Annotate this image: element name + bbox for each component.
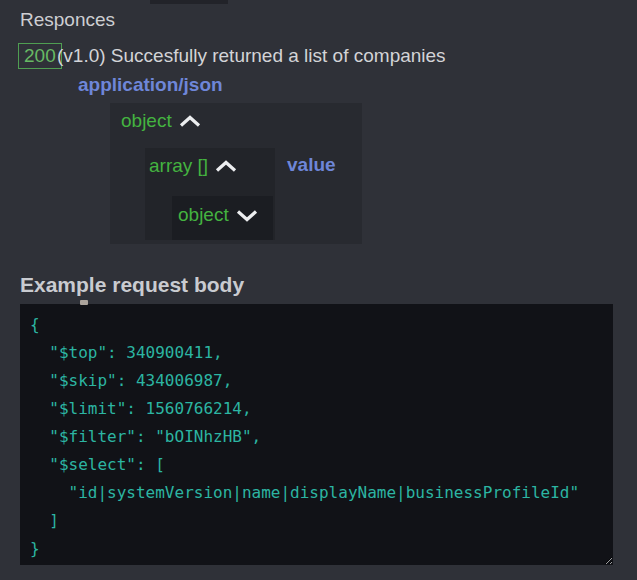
schema-item-type-label: object <box>178 204 229 226</box>
schema-array-type-label: array [] <box>149 155 208 177</box>
schema-root-type-label: object <box>121 110 172 132</box>
schema-node-array-item: object <box>178 204 258 226</box>
schema-value-label: value <box>287 154 336 176</box>
api-docs-response-section: Responces 200 (v1.0) Succesfully returne… <box>0 0 637 580</box>
content-type-label: application/json <box>78 74 223 96</box>
schema-array-panel: array [] object <box>145 148 275 240</box>
cursor-artifact <box>80 300 88 305</box>
response-description: (v1.0) Succesfully returned a list of co… <box>57 45 446 67</box>
chevron-down-icon[interactable] <box>236 208 258 223</box>
status-code-badge: 200 <box>18 43 62 69</box>
response-schema-tree: object array [] object <box>110 103 362 244</box>
schema-node-array: array [] <box>149 155 237 177</box>
example-request-body-input[interactable]: { "$top": 340900411, "$skip": 434006987,… <box>20 304 613 565</box>
example-request-body-heading: Example request body <box>20 273 244 297</box>
schema-node-root: object <box>121 110 201 132</box>
clipped-code-block-edge <box>150 0 228 4</box>
responses-heading: Responces <box>20 9 115 31</box>
schema-array-item-panel: object <box>172 196 273 240</box>
chevron-up-icon[interactable] <box>215 159 237 174</box>
chevron-up-icon[interactable] <box>179 114 201 129</box>
